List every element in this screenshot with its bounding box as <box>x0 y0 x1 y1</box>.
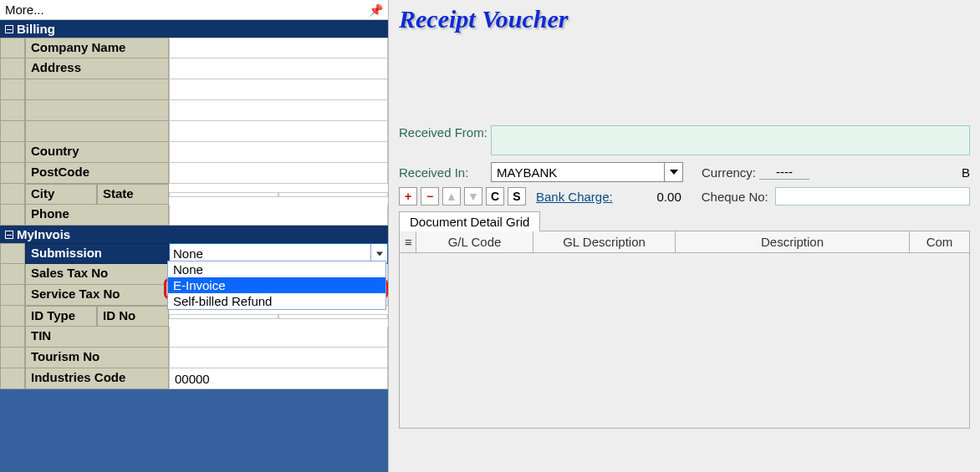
col-com[interactable]: Com <box>910 231 969 252</box>
received-in-dropdown[interactable]: MAYBANK <box>491 162 683 182</box>
remove-row-button[interactable]: − <box>421 187 439 206</box>
collapse-icon[interactable] <box>5 231 13 239</box>
add-row-button[interactable]: + <box>399 187 417 206</box>
field-country[interactable] <box>169 142 388 163</box>
col-glcode[interactable]: G/L Code <box>416 231 533 252</box>
submission-option-none[interactable]: None <box>168 261 385 277</box>
billing-header[interactable]: Billing <box>0 20 388 38</box>
billing-header-label: Billing <box>17 22 55 36</box>
field-tourism[interactable] <box>169 348 388 368</box>
label-received-in: Received In: <box>399 165 491 180</box>
move-up-button: ▲ <box>442 187 461 206</box>
label-tourism: Tourism No <box>25 348 169 368</box>
field-currency[interactable]: ---- <box>759 165 809 180</box>
label-industries: Industries Code <box>25 368 169 389</box>
field-address2[interactable] <box>169 79 388 100</box>
col-gldesc[interactable]: GL Description <box>533 231 676 252</box>
voucher-panel: Receipt Voucher Received From: Received … <box>389 0 980 472</box>
received-in-value: MAYBANK <box>497 165 557 180</box>
submission-dropdown-list: None E-Invoice Self-billed Refund <box>167 261 386 310</box>
submission-value: None <box>173 246 203 261</box>
pin-icon[interactable]: 📌 <box>369 0 383 20</box>
label-address: Address <box>25 58 169 79</box>
field-address3[interactable] <box>169 100 388 121</box>
field-company[interactable] <box>169 38 388 58</box>
c-button[interactable]: C <box>486 187 504 206</box>
label-idno: ID No <box>97 306 169 327</box>
grid-body[interactable] <box>399 253 970 429</box>
label-received-from: Received From: <box>399 125 491 140</box>
label-tin: TIN <box>25 327 169 348</box>
field-received-from[interactable] <box>491 125 970 155</box>
more-toolbar: More... 📌 <box>0 0 388 20</box>
label-city: City <box>25 184 97 205</box>
label-phone: Phone <box>25 205 169 226</box>
field-tin[interactable] <box>169 327 388 348</box>
field-state[interactable] <box>278 192 388 197</box>
myinvois-header-label: MyInvois <box>17 227 70 241</box>
myinvois-panel: Submission None Sales Tax No Service Tax… <box>0 243 388 389</box>
label-currency: Currency: <box>702 165 756 180</box>
label-postcode: PostCode <box>25 163 169 184</box>
label-cheque: Cheque No: <box>702 190 768 204</box>
label-submission: Submission <box>25 243 169 264</box>
label-country: Country <box>25 142 169 163</box>
billing-panel: Company Name Address <box>0 38 388 226</box>
panel-footer <box>0 389 388 472</box>
label-company: Company Name <box>25 38 169 58</box>
field-bank-charge[interactable]: 0.00 <box>616 190 683 204</box>
page-title: Receipt Voucher <box>389 0 980 38</box>
field-cheque-no[interactable] <box>775 187 970 206</box>
field-address4[interactable] <box>169 121 388 142</box>
truncated-label: B <box>962 165 970 180</box>
label-salestax: Sales Tax No <box>25 264 169 285</box>
more-label[interactable]: More... <box>5 0 44 20</box>
field-idno[interactable] <box>278 314 388 319</box>
s-button[interactable]: S <box>508 187 526 206</box>
tab-document-detail[interactable]: Document Detail Grid <box>399 211 540 231</box>
field-idtype[interactable] <box>169 314 278 319</box>
collapse-icon[interactable] <box>5 25 13 33</box>
myinvois-header[interactable]: MyInvois <box>0 226 388 243</box>
submission-option-selfbilled[interactable]: Self-billed Refund <box>168 293 385 309</box>
label-idtype: ID Type <box>25 306 97 327</box>
chevron-down-icon[interactable] <box>664 163 682 181</box>
submission-option-einvoice[interactable]: E-Invoice <box>168 277 385 293</box>
row-header <box>0 38 25 58</box>
bank-charge-link[interactable]: Bank Charge: <box>536 190 613 204</box>
grid-header: ≡ G/L Code GL Description Description Co… <box>399 231 970 253</box>
col-desc[interactable]: Description <box>676 231 910 252</box>
row-selector-header[interactable]: ≡ <box>400 231 416 252</box>
move-down-button: ▼ <box>464 187 482 206</box>
label-state: State <box>97 184 169 205</box>
field-city[interactable] <box>169 192 278 197</box>
label-servicetax: Service Tax No <box>25 285 169 306</box>
field-postcode[interactable] <box>169 163 388 184</box>
field-address1[interactable] <box>169 58 388 79</box>
field-industries[interactable]: 00000 <box>169 368 388 389</box>
field-phone[interactable] <box>169 205 388 226</box>
